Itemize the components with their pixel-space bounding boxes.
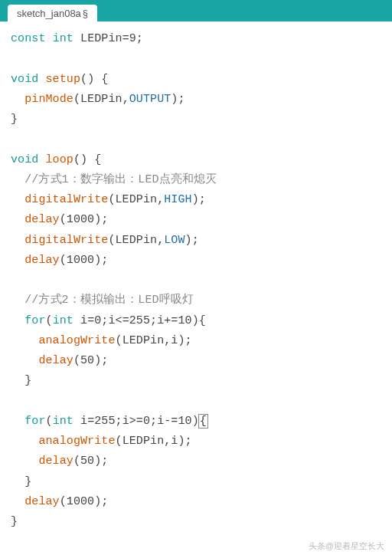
function-name: digitalWrite xyxy=(24,193,108,206)
code-text: ( xyxy=(46,314,53,327)
constant: LOW xyxy=(164,234,185,247)
code-text: (50); xyxy=(74,354,109,367)
code-text: i=0;i<=255;i+=10){ xyxy=(74,314,206,327)
code-text: (LEDPin, xyxy=(108,234,164,247)
watermark: 头条@迎着星空长大 xyxy=(309,540,384,552)
code-text: LEDPin=9; xyxy=(74,32,143,45)
code-text: (50); xyxy=(74,455,109,468)
code-editor[interactable]: const int LEDPin=9; void setup() { pinMo… xyxy=(0,21,392,537)
code-text: ( xyxy=(46,415,53,428)
function-name: delay xyxy=(24,254,60,267)
code-text: i=255;i>=0;i-=10) xyxy=(74,415,199,428)
code-text: (LEDPin,i); xyxy=(116,334,192,347)
function-name: setup xyxy=(46,73,81,86)
code-text: (LEDPin,i); xyxy=(116,435,192,448)
code-text: ); xyxy=(171,93,185,106)
tab-filename: sketch_jan08a xyxy=(17,8,81,19)
tab-bar: sketch_jan08a § xyxy=(0,0,392,21)
function-name: pinMode xyxy=(24,93,74,106)
keyword: for xyxy=(24,314,45,327)
function-name: delay xyxy=(38,354,74,367)
constant: OUTPUT xyxy=(129,93,172,106)
code-text: ); xyxy=(192,193,206,206)
file-tab[interactable]: sketch_jan08a § xyxy=(8,5,97,21)
constant: HIGH xyxy=(164,193,191,206)
code-text: } xyxy=(24,475,31,488)
code-text: () { xyxy=(74,153,101,166)
keyword: int xyxy=(53,32,74,45)
function-name: analogWrite xyxy=(38,435,115,448)
code-text: } xyxy=(11,113,18,126)
code-text: (LEDPin, xyxy=(74,93,129,106)
code-text: (LEDPin, xyxy=(108,193,164,206)
code-text: ); xyxy=(185,234,199,247)
code-text: (1000); xyxy=(60,495,109,508)
function-name: loop xyxy=(46,153,74,166)
code-text: } xyxy=(24,374,31,387)
cursor-highlight: { xyxy=(198,414,208,429)
keyword: for xyxy=(24,415,45,428)
keyword: void xyxy=(11,73,38,86)
keyword: int xyxy=(53,415,74,428)
code-text: (1000); xyxy=(60,213,109,226)
function-name: digitalWrite xyxy=(24,234,108,247)
tab-modified-marker: § xyxy=(83,8,88,19)
code-text: (1000); xyxy=(60,254,109,267)
comment: //方式1：数字输出：LED点亮和熄灭 xyxy=(24,173,217,186)
code-text: () { xyxy=(80,73,108,86)
function-name: delay xyxy=(24,213,60,226)
comment: //方式2：模拟输出：LED呼吸灯 xyxy=(24,294,194,307)
function-name: delay xyxy=(38,455,74,468)
code-text: } xyxy=(11,515,18,528)
function-name: analogWrite xyxy=(38,334,115,347)
keyword: const xyxy=(11,32,46,45)
keyword: int xyxy=(53,314,74,327)
keyword: void xyxy=(11,153,38,166)
function-name: delay xyxy=(24,495,60,508)
